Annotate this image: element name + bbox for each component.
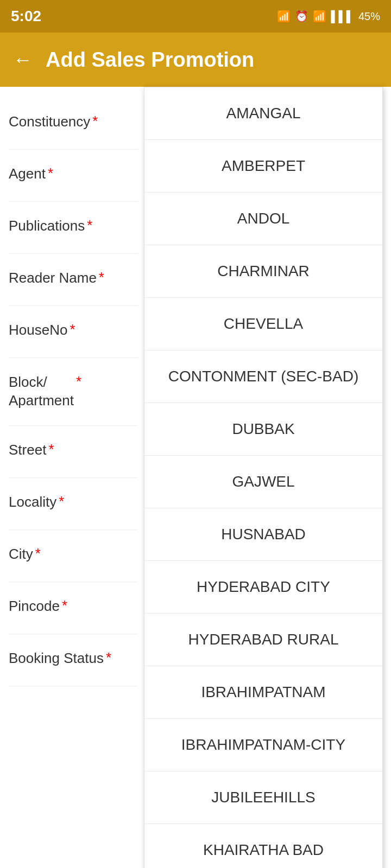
battery-label: 45% (358, 10, 380, 23)
city-label-row: City * (9, 530, 138, 582)
street-label-row: Street * (9, 426, 138, 478)
constituency-label: Constituency (9, 113, 90, 131)
alarm-icon: ⏰ (295, 10, 308, 23)
constituency-label-row: Constituency * (9, 98, 138, 150)
publications-required: * (87, 217, 92, 234)
dropdown-item[interactable]: ANDOL (144, 193, 382, 245)
dropdown-item[interactable]: HYDERABAD RURAL (144, 614, 382, 666)
agent-label-row: Agent * (9, 150, 138, 202)
reader-name-required: * (99, 269, 104, 286)
dropdown-item[interactable]: HUSNABAD (144, 508, 382, 561)
publications-label: Publications (9, 217, 85, 235)
signal-icon: ▌▌▌ (331, 10, 354, 23)
dropdown-item[interactable]: CHARMINAR (144, 245, 382, 298)
dropdown-item[interactable]: CHEVELLA (144, 298, 382, 350)
locality-required: * (59, 493, 64, 510)
booking-status-label-row: Booking Status * (9, 634, 138, 686)
page-title: Add Sales Promotion (46, 48, 254, 72)
main-content: Constituency * Agent * Publications * Re… (0, 87, 391, 868)
booking-status-label: Booking Status (9, 649, 104, 668)
dropdown-item[interactable]: AMANGAL (144, 87, 382, 140)
dropdown-item[interactable]: HYDERABAD CITY (144, 561, 382, 614)
block-apartment-required: * (76, 373, 81, 390)
publications-label-row: Publications * (9, 202, 138, 254)
status-time: 5:02 (11, 8, 41, 25)
pincode-required: * (62, 597, 67, 614)
city-required: * (35, 545, 41, 562)
block-apartment-label: Block/Apartment (9, 373, 74, 410)
form-labels-column: Constituency * Agent * Publications * Re… (0, 87, 147, 868)
pincode-label-row: Pincode * (9, 582, 138, 634)
constituency-required: * (92, 113, 98, 130)
booking-status-required: * (106, 649, 111, 666)
street-required: * (48, 441, 54, 458)
locality-label-row: Locality * (9, 478, 138, 530)
back-button[interactable]: ← (13, 48, 33, 71)
house-no-required: * (70, 321, 75, 338)
dropdown-item[interactable]: DUBBAK (144, 403, 382, 456)
constituency-dropdown[interactable]: AMANGALAMBERPETANDOLCHARMINARCHEVELLACON… (144, 87, 383, 868)
block-apartment-label-row: Block/Apartment * (9, 358, 138, 426)
agent-required: * (48, 165, 53, 182)
wifi-icon: 📶 (313, 10, 326, 23)
dropdown-item[interactable]: JUBILEEHILLS (144, 771, 382, 824)
dropdown-item[interactable]: CONTONMENT (SEC-BAD) (144, 350, 382, 403)
dropdown-item[interactable]: AMBERPET (144, 140, 382, 193)
nfc-icon: 📶 (277, 10, 291, 23)
house-no-label-row: HouseNo * (9, 306, 138, 358)
status-bar: 5:02 📶 ⏰ 📶 ▌▌▌ 45% (0, 0, 391, 33)
reader-name-label: Reader Name (9, 269, 97, 288)
street-label: Street (9, 441, 46, 459)
dropdown-item[interactable]: KHAIRATHA BAD (144, 824, 382, 868)
dropdown-item[interactable]: IBRAHIMPATNAM (144, 666, 382, 719)
locality-label: Locality (9, 493, 56, 512)
agent-label: Agent (9, 165, 46, 183)
reader-name-label-row: Reader Name * (9, 254, 138, 306)
city-label: City (9, 545, 33, 564)
status-icons: 📶 ⏰ 📶 ▌▌▌ 45% (277, 10, 380, 23)
house-no-label: HouseNo (9, 321, 67, 340)
dropdown-item[interactable]: GAJWEL (144, 456, 382, 508)
header: ← Add Sales Promotion (0, 33, 391, 87)
dropdown-item[interactable]: IBRAHIMPATNAM-CITY (144, 719, 382, 771)
pincode-label: Pincode (9, 597, 60, 616)
